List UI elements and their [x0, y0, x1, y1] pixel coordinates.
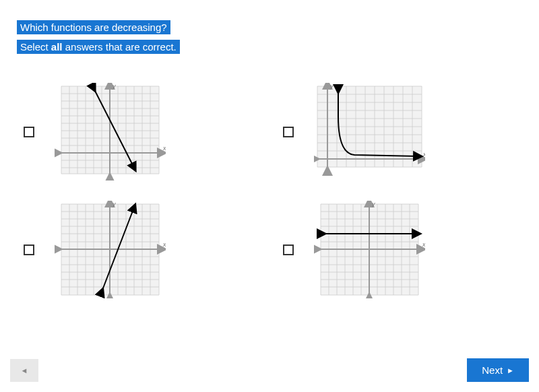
option-b: x y — [283, 83, 515, 181]
prev-button[interactable]: ◄ — [10, 359, 38, 382]
svg-text:x: x — [162, 145, 166, 152]
graph-b: x y — [314, 83, 425, 181]
svg-text:y: y — [112, 83, 116, 90]
question-line-1: Which functions are decreasing? — [17, 20, 170, 34]
option-c: x y — [24, 201, 256, 298]
options-grid: x y — [17, 83, 522, 298]
option-d: x y — [283, 201, 515, 298]
next-button[interactable]: Next ► — [467, 358, 529, 382]
graph-d: x y — [314, 201, 425, 298]
svg-text:y: y — [371, 201, 375, 207]
instruction-prefix: Select — [20, 41, 51, 53]
option-a: x y — [24, 83, 256, 181]
svg-text:y: y — [112, 201, 116, 207]
svg-text:x: x — [422, 241, 425, 248]
checkbox-b[interactable] — [283, 127, 294, 137]
footer-nav: ◄ Next ► — [10, 358, 529, 382]
graph-c: x y — [55, 201, 166, 298]
graph-a: x y — [55, 83, 166, 181]
svg-text:x: x — [162, 241, 166, 248]
checkbox-c[interactable] — [24, 244, 34, 255]
prev-icon: ◄ — [21, 366, 28, 374]
next-label: Next — [482, 364, 503, 376]
next-icon: ► — [507, 366, 514, 374]
question-line-2: Select all answers that are correct. — [17, 40, 180, 54]
instruction-suffix: answers that are correct. — [63, 41, 177, 53]
checkbox-a[interactable] — [24, 127, 34, 137]
svg-text:y: y — [329, 83, 334, 90]
checkbox-d[interactable] — [283, 244, 294, 255]
svg-text:x: x — [422, 151, 425, 158]
instruction-bold: all — [51, 41, 63, 53]
